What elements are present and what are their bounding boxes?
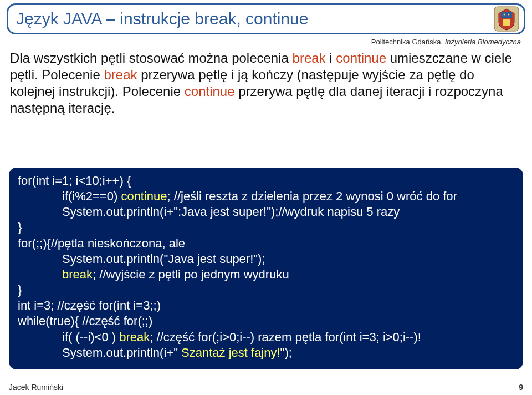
subheader: Politechnika Gdańska, Inżynieria Biomedy… — [371, 38, 521, 46]
code-line: for(;;){//pętla nieskończona, ale — [18, 236, 514, 251]
svg-point-4 — [508, 14, 510, 16]
footer-page-number: 9 — [519, 383, 523, 392]
code-text: System.out.println(i+" — [62, 346, 181, 359]
slide-title: Język JAVA – instrukcje break, continue — [16, 9, 308, 28]
university-name: Politechnika Gdańska, — [371, 38, 445, 46]
svg-rect-2 — [503, 19, 510, 26]
code-text: "); — [280, 346, 292, 359]
keyword-continue: continue — [336, 50, 386, 65]
keyword-break: break — [293, 50, 326, 65]
keyword-break: break — [119, 330, 150, 344]
code-text: if(i%2==0) — [62, 189, 121, 203]
code-text: ; //jeśli reszta z dzielenia przez 2 wyn… — [167, 189, 457, 203]
code-line: } — [18, 282, 514, 298]
svg-point-3 — [504, 14, 505, 16]
code-line: } — [18, 220, 514, 235]
code-text: ; //wyjście z pętli po jednym wydruku — [93, 267, 289, 281]
keyword-break: break — [62, 267, 93, 281]
code-line: if(i%2==0) continue; //jeśli reszta z dz… — [18, 189, 514, 204]
code-line: if( (--i)<0 ) break; //część for(;i>0;i-… — [18, 330, 514, 345]
footer-author: Jacek Rumiński — [9, 383, 63, 392]
code-line: System.out.println("Java jest super!"); — [18, 251, 514, 267]
code-line: System.out.println(i+" Szantaż jest fajn… — [18, 345, 514, 361]
keyword-continue: continue — [185, 84, 235, 99]
university-logo — [493, 6, 520, 32]
slide: Język JAVA – instrukcje break, continue … — [0, 0, 532, 395]
code-text: ; //część for(;i>0;i--) razem pętla for(… — [150, 330, 421, 344]
code-text-highlight: Szantaż jest fajny! — [181, 346, 280, 359]
code-line: int i=3; //część for(int i=3;;) — [18, 298, 514, 313]
code-line: System.out.println(i+":Java jest super!"… — [18, 204, 514, 220]
code-text: if( (--i)<0 ) — [62, 330, 119, 344]
svg-rect-1 — [501, 12, 512, 18]
text: i — [326, 50, 336, 65]
code-line: break; //wyjście z pętli po jednym wydru… — [18, 267, 514, 282]
title-box: Język JAVA – instrukcje break, continue — [7, 3, 525, 34]
department-name: Inżynieria Biomedyczna — [445, 38, 521, 46]
main-paragraph: Dla wszystkich pętli stosować można pole… — [10, 50, 522, 117]
code-block: for(int i=1; i<10;i++) { if(i%2==0) cont… — [9, 168, 523, 369]
text: Dla wszystkich pętli stosować można pole… — [10, 50, 293, 65]
code-line: for(int i=1; i<10;i++) { — [18, 173, 514, 189]
code-line: while(true){ //część for(;;) — [18, 313, 514, 329]
keyword-break: break — [104, 67, 137, 82]
keyword-continue: continue — [121, 189, 167, 203]
